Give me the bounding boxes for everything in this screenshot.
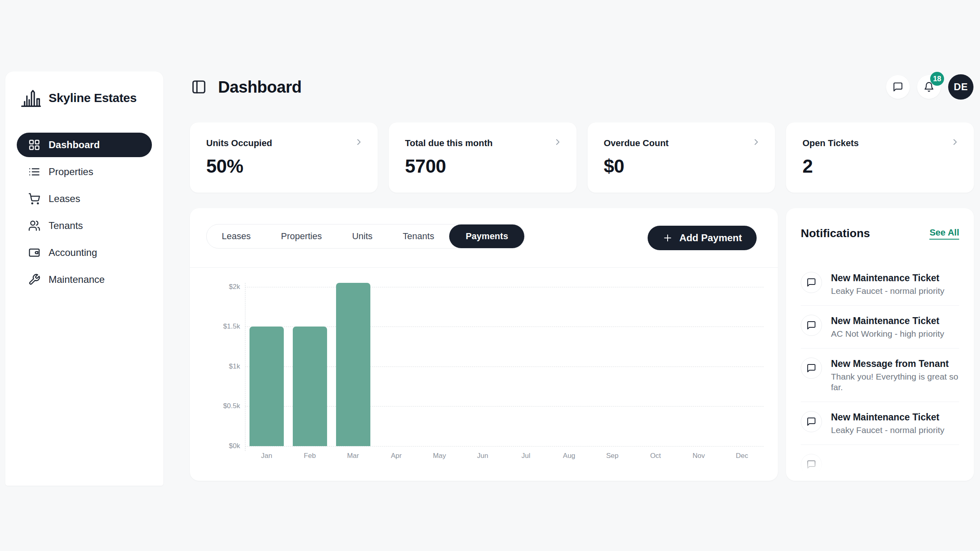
- chart-slot-apr: [374, 283, 418, 446]
- x-axis-tick-label: Sep: [591, 452, 634, 460]
- x-axis-tick-label: Feb: [288, 452, 332, 460]
- sidebar-item-tenants[interactable]: Tenants: [17, 213, 152, 238]
- x-axis-tick-label: Dec: [720, 452, 764, 460]
- gridline: [245, 446, 764, 447]
- shopping-cart-icon: [28, 193, 40, 205]
- bar-jan: [249, 327, 284, 446]
- y-axis-tick-label: $0.5k: [223, 402, 240, 410]
- x-axis-tick-label: May: [418, 452, 461, 460]
- header: Dashboard 18 DE: [191, 74, 973, 100]
- notification-title: New Message from Tenant: [831, 358, 959, 370]
- bar-mar: [336, 283, 370, 446]
- tab-payments[interactable]: Payments: [449, 224, 524, 248]
- wallet-icon: [28, 247, 40, 259]
- notification-title: New Maintenance Ticket: [831, 315, 944, 327]
- tab-units[interactable]: Units: [337, 224, 388, 248]
- x-axis-tick-label: Aug: [548, 452, 591, 460]
- chart-slot-jan: [245, 283, 288, 446]
- chat-bubble-icon: [801, 272, 822, 293]
- notification-text: New Message from TenantThank you! Everyt…: [831, 358, 959, 393]
- stat-card-label: Overdue Count: [604, 138, 759, 149]
- chart-slot-jun: [461, 283, 504, 446]
- sidebar-item-label: Tenants: [49, 220, 83, 231]
- notification-subtitle: Leaky Faucet - normal priority: [831, 425, 944, 435]
- stat-cards-row: Units Occupied50%Total due this month570…: [190, 122, 974, 193]
- notifications-header: Notifications See All: [801, 227, 959, 240]
- stat-card-units-occupied[interactable]: Units Occupied50%: [190, 122, 378, 193]
- notification-subtitle: Leaky Faucet - normal priority: [831, 286, 944, 296]
- stat-card-value: 50%: [206, 155, 361, 177]
- see-all-link[interactable]: See All: [929, 227, 959, 240]
- add-payment-label: Add Payment: [679, 232, 742, 244]
- stat-card-label: Units Occupied: [206, 138, 361, 149]
- stat-card-overdue-count[interactable]: Overdue Count$0: [588, 122, 775, 193]
- chart-plot: JanFebMarAprMayJunJulAugSepOctNovDec: [245, 283, 764, 446]
- notification-item[interactable]: New Maintenance TicketAC Not Working - h…: [801, 306, 959, 349]
- x-axis-tick-label: Oct: [634, 452, 677, 460]
- chevron-right-icon: [354, 137, 364, 147]
- chart-x-axis: JanFebMarAprMayJunJulAugSepOctNovDec: [245, 452, 764, 460]
- x-axis-tick-label: Jun: [461, 452, 504, 460]
- header-actions: 18 DE: [886, 74, 973, 100]
- sidebar-item-leases[interactable]: Leases: [17, 187, 152, 211]
- chat-bubble-icon: [801, 454, 822, 475]
- notification-title: New Maintenance Ticket: [831, 411, 944, 423]
- chart-slot-oct: [634, 283, 677, 446]
- x-axis-tick-label: Jul: [504, 452, 548, 460]
- sidebar-item-label: Dashboard: [49, 139, 100, 151]
- messages-button[interactable]: [886, 75, 910, 99]
- notifications-list: New Maintenance TicketLeaky Faucet - nor…: [801, 263, 959, 481]
- stat-card-label: Total due this month: [405, 138, 560, 149]
- notification-item[interactable]: New Maintenance TicketLeaky Faucet - nor…: [801, 263, 959, 306]
- chart-slot-aug: [548, 283, 591, 446]
- chat-bubble-icon: [801, 358, 822, 379]
- sidebar-item-properties[interactable]: Properties: [17, 160, 152, 184]
- notification-subtitle: AC Not Working - high priority: [831, 329, 944, 339]
- y-axis-tick-label: $1k: [229, 362, 240, 371]
- chevron-right-icon: [553, 137, 563, 147]
- sidebar-item-maintenance[interactable]: Maintenance: [17, 267, 152, 292]
- chart-slot-jul: [504, 283, 548, 446]
- notification-item[interactable]: New Maintenance TicketLeaky Faucet - nor…: [801, 402, 959, 445]
- sidebar-item-label: Leases: [49, 193, 80, 204]
- notification-count-badge: 18: [930, 72, 944, 86]
- stat-card-open-tickets[interactable]: Open Tickets2: [786, 122, 974, 193]
- chart-bars: [245, 283, 764, 446]
- chart-slot-sep: [591, 283, 634, 446]
- tab-properties[interactable]: Properties: [266, 224, 337, 248]
- panel-left-icon[interactable]: [191, 79, 207, 95]
- notification-item[interactable]: New Message from TenantThank you! Everyt…: [801, 349, 959, 402]
- sidebar-item-accounting[interactable]: Accounting: [17, 240, 152, 265]
- building-skyline-icon: [20, 87, 42, 109]
- chat-bubble-icon: [801, 315, 822, 336]
- notifications-button[interactable]: 18: [917, 75, 941, 99]
- x-axis-tick-label: Apr: [374, 452, 418, 460]
- tab-leases[interactable]: Leases: [207, 224, 266, 248]
- y-axis-tick-label: $1.5k: [223, 322, 240, 331]
- sidebar-item-label: Accounting: [49, 247, 97, 258]
- wrench-icon: [28, 273, 40, 286]
- x-axis-tick-label: Mar: [332, 452, 375, 460]
- bar-feb: [293, 327, 327, 446]
- users-icon: [28, 220, 40, 232]
- stat-card-total-due-this-month[interactable]: Total due this month5700: [389, 122, 577, 193]
- notifications-panel: Notifications See All New Maintenance Ti…: [786, 208, 974, 481]
- add-payment-button[interactable]: Add Payment: [648, 226, 757, 250]
- notification-subtitle: Thank you! Everything is great so far.: [831, 371, 959, 393]
- list-icon: [28, 166, 40, 178]
- stat-card-label: Open Tickets: [802, 138, 958, 149]
- chart-slot-dec: [720, 283, 764, 446]
- chart-slot-feb: [288, 283, 332, 446]
- x-axis-tick-label: Jan: [245, 452, 288, 460]
- divider: [190, 267, 778, 268]
- tab-tenants[interactable]: Tenants: [388, 224, 449, 248]
- chart-y-axis: $0k$0.5k$1k$1.5k$2k: [206, 283, 245, 471]
- sidebar-item-label: Properties: [49, 166, 93, 178]
- chart-slot-mar: [332, 283, 375, 446]
- payments-bar-chart: $0k$0.5k$1k$1.5k$2k JanFebMarAprMayJunJu…: [206, 283, 764, 471]
- layout-grid-icon: [28, 139, 40, 151]
- notification-item-partial: [801, 445, 959, 481]
- sidebar-item-dashboard[interactable]: Dashboard: [17, 133, 152, 157]
- notifications-title: Notifications: [801, 227, 870, 240]
- avatar[interactable]: DE: [948, 74, 973, 100]
